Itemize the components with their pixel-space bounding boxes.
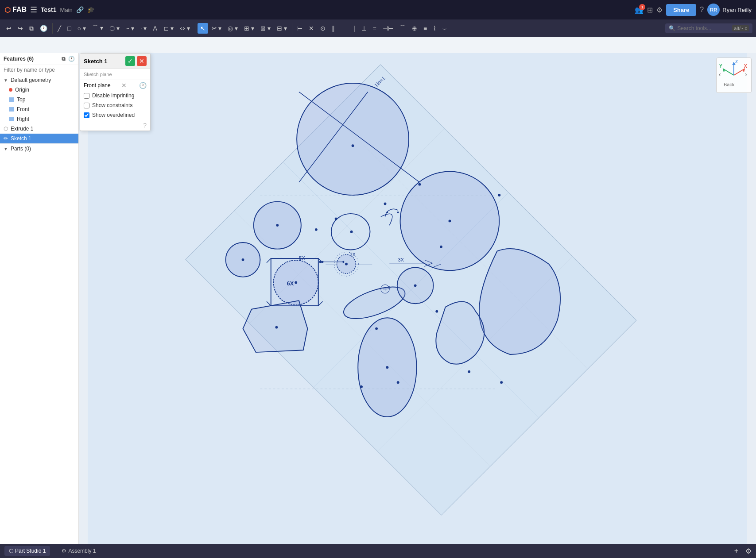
feature-filter-input[interactable]	[0, 65, 78, 75]
sketch-cancel-button[interactable]: ✕	[137, 56, 147, 66]
part-studio-tab[interactable]: ⬡ Part Studio 1	[4, 546, 50, 556]
concentric-tool[interactable]: ⊙	[318, 23, 328, 34]
undo-button[interactable]: ↩	[4, 23, 14, 34]
svg-text:›: ›	[745, 71, 747, 78]
midpoint-tool[interactable]: ≡	[421, 23, 430, 34]
symmetric-tool[interactable]: ⊣⊢	[380, 23, 396, 34]
mirror2-tool[interactable]: ⊟ ▾	[274, 23, 290, 34]
horizontal-tool[interactable]: —	[338, 23, 350, 34]
svg-text:3X: 3X	[398, 257, 404, 262]
slot-tool[interactable]: ⊏ ▾	[161, 23, 176, 34]
tree-top[interactable]: Top	[0, 95, 78, 104]
svg-text:‹: ‹	[719, 71, 721, 78]
intersect-tool[interactable]: ⌇	[430, 23, 439, 34]
parts-header[interactable]: ▼ Parts (0)	[0, 144, 78, 154]
tangent-tool[interactable]: ⌒	[397, 23, 408, 34]
svg-line-74	[723, 69, 734, 75]
svg-point-62	[440, 246, 442, 248]
tree-sketch1[interactable]: ✏ Sketch 1	[0, 134, 78, 143]
history-button[interactable]: 🕐	[37, 23, 50, 34]
tree-default-geometry[interactable]: ▼ Default geometry	[0, 75, 78, 85]
svg-point-54	[315, 228, 318, 231]
user-area[interactable]: RR Ryan Reilly	[707, 4, 752, 16]
plane-close-icon[interactable]: ✕	[121, 82, 127, 89]
select-tool[interactable]: ↖	[198, 23, 208, 34]
expand-icon[interactable]: ⧉	[62, 56, 66, 62]
clock-icon[interactable]: 🕐	[139, 82, 147, 89]
show-constraints-label: Show constraints	[92, 102, 132, 108]
users-icon[interactable]: 👥 1	[635, 6, 644, 14]
origin-dot-icon	[9, 88, 12, 92]
assembly-tab[interactable]: ⚙ Assembly 1	[57, 546, 100, 556]
tree-front[interactable]: Front	[0, 104, 78, 114]
help-icon[interactable]: ?	[700, 6, 704, 14]
add-tab-icon[interactable]: +	[734, 547, 738, 555]
curve-tool[interactable]: ⌣	[440, 23, 449, 34]
history-panel-icon[interactable]: 🕐	[68, 56, 75, 62]
mirror-tool[interactable]: ⇔ ▾	[177, 23, 193, 34]
svg-point-22	[397, 212, 399, 213]
polygon-tool[interactable]: ⬡ ▾	[107, 23, 122, 34]
link-icon[interactable]: 🔗	[76, 6, 84, 13]
show-overdefined-option[interactable]: Show overdefined	[80, 110, 150, 120]
svg-text:X: X	[744, 64, 747, 69]
sketch-help-icon[interactable]: ?	[80, 120, 150, 131]
bookmark-icon[interactable]: 🎓	[87, 6, 95, 13]
extrude-icon: ⬡	[4, 126, 8, 132]
svg-point-33	[345, 263, 348, 266]
sketch-canvas: 1in=1 6X 5X 3X	[79, 53, 756, 544]
show-overdefined-checkbox[interactable]	[84, 112, 89, 118]
menu-icon[interactable]: ☰	[30, 5, 37, 15]
fix-tool[interactable]: ⊕	[409, 23, 420, 34]
search-tools-input[interactable]	[677, 25, 730, 31]
assembly-icon: ⚙	[62, 548, 66, 554]
user-name: Ryan Reilly	[722, 7, 752, 13]
transform-tool[interactable]: ⊠ ▾	[258, 23, 273, 34]
redo-button[interactable]: ↪	[15, 23, 26, 34]
disable-imprinting-option[interactable]: Disable imprinting	[80, 91, 150, 100]
document-tab[interactable]: Main	[60, 7, 73, 13]
text-tool[interactable]: A	[150, 23, 159, 34]
coincident-tool[interactable]: ✕	[306, 23, 317, 34]
pattern-tool[interactable]: ⊞ ▾	[241, 23, 257, 34]
sketch-plane-section: Sketch plane	[80, 69, 150, 80]
dimension-tool[interactable]: ⊢	[295, 23, 305, 34]
left-panel: Features (6) ⧉ 🕐 ▼ Default geometry Orig…	[0, 53, 79, 544]
rectangle-tool[interactable]: □	[65, 23, 74, 34]
trim-tool[interactable]: ✂ ▾	[209, 23, 225, 34]
copy-button[interactable]: ⧉	[27, 23, 36, 34]
tree-right[interactable]: Right	[0, 114, 78, 124]
orientation-cube[interactable]: Z Y X Back ‹ ›	[716, 58, 752, 93]
svg-text:5X: 5X	[299, 255, 305, 261]
svg-point-55	[384, 203, 387, 205]
tree-extrude1[interactable]: ⬡ Extrude 1	[0, 124, 78, 134]
search-shortcut: alt/~ c	[732, 25, 749, 31]
equal-tool[interactable]: =	[370, 23, 379, 34]
offset-tool[interactable]: ◎ ▾	[225, 23, 240, 34]
circle-tool[interactable]: ○ ▾	[74, 23, 88, 34]
svg-line-72	[734, 69, 745, 75]
vertical-tool[interactable]: |	[351, 23, 358, 34]
share-button[interactable]: Share	[666, 4, 696, 16]
svg-text:Z: Z	[735, 60, 738, 64]
sketch-plane-label: Sketch plane	[84, 72, 112, 77]
perpendicular-tool[interactable]: ⊥	[359, 23, 369, 34]
app-logo[interactable]: ⬡FAB	[4, 6, 27, 14]
svg-point-56	[418, 183, 421, 186]
canvas-area[interactable]: 1in=1 6X 5X 3X	[79, 53, 756, 544]
plane-value: Front plane	[84, 82, 111, 89]
show-constraints-option[interactable]: Show constraints	[80, 100, 150, 110]
parallel-tool[interactable]: ∥	[329, 23, 337, 34]
settings-icon[interactable]: ⚙	[656, 6, 663, 14]
disable-imprinting-checkbox[interactable]	[84, 93, 89, 99]
grid-icon[interactable]: ⊞	[647, 6, 653, 14]
bottombar-settings-icon[interactable]: ⚙	[745, 547, 752, 555]
point-tool[interactable]: · ▾	[138, 23, 150, 34]
show-constraints-checkbox[interactable]	[84, 103, 89, 108]
tree-origin[interactable]: Origin	[0, 85, 78, 95]
svg-point-18	[242, 258, 244, 261]
arc-tool[interactable]: ⌒ ▾	[89, 23, 106, 34]
line-tool[interactable]: ╱	[55, 23, 64, 34]
spline-tool[interactable]: ~ ▾	[123, 23, 137, 34]
sketch-confirm-button[interactable]: ✓	[125, 56, 135, 66]
